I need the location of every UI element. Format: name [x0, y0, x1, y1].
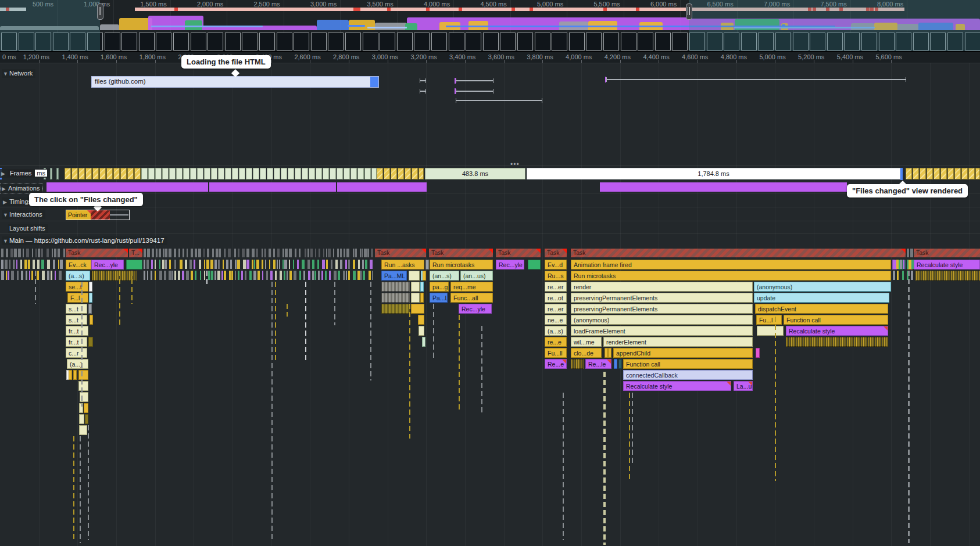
animation-bar[interactable] — [47, 182, 208, 192]
frame-cell[interactable] — [330, 168, 336, 179]
main-thread-track-header[interactable]: ▼Main — https://github.com/rust-lang/rus… — [2, 236, 167, 245]
flame-entry[interactable]: Pa...L — [430, 293, 448, 303]
filmstrip-screenshot[interactable] — [569, 33, 585, 51]
frame-cell[interactable] — [377, 168, 383, 179]
pane-resize-handle[interactable]: ••• — [510, 160, 520, 168]
frame-cell[interactable] — [323, 168, 329, 179]
frame-cell[interactable] — [169, 168, 176, 179]
flame-entry[interactable]: Re...le — [585, 359, 611, 369]
flame-fragment[interactable] — [571, 359, 584, 369]
frame-cell[interactable] — [232, 168, 238, 179]
flame-fragment[interactable] — [90, 315, 93, 325]
frame-cell[interactable] — [961, 168, 968, 179]
network-whisker[interactable] — [456, 91, 493, 92]
flame-fragment[interactable] — [614, 359, 617, 369]
flame-fragment[interactable] — [85, 414, 88, 424]
flame-entry[interactable]: Ru...s — [545, 271, 567, 281]
frame-cell[interactable] — [141, 168, 148, 179]
frame-cell[interactable] — [920, 168, 926, 179]
frame-cell[interactable] — [975, 168, 980, 179]
frame-cell[interactable] — [295, 168, 301, 179]
flame-fragment[interactable] — [425, 260, 429, 270]
frame-cell[interactable] — [933, 168, 940, 179]
filmstrip-screenshot[interactable] — [672, 33, 688, 51]
flame-entry[interactable]: (an...us) — [460, 271, 493, 281]
flame-fragment[interactable] — [411, 282, 420, 292]
filmstrip-screenshot[interactable] — [363, 33, 378, 51]
filmstrip-screenshot[interactable] — [173, 33, 189, 51]
frame-cell[interactable] — [134, 168, 141, 179]
frame-cell[interactable] — [204, 168, 210, 179]
filmstrip-screenshot[interactable] — [242, 33, 257, 51]
filmstrip-screenshot[interactable] — [517, 33, 533, 51]
frame-cell[interactable] — [253, 168, 259, 179]
filmstrip-screenshot[interactable] — [225, 33, 241, 51]
frame-cell[interactable] — [218, 168, 224, 179]
flame-fragment[interactable] — [89, 293, 92, 303]
flame-fragment[interactable] — [420, 293, 424, 303]
network-whisker[interactable] — [606, 79, 906, 80]
filmstrip-screenshot[interactable] — [655, 33, 671, 51]
flame-entry[interactable]: (a...) — [67, 359, 88, 369]
frame-cell[interactable] — [364, 168, 371, 179]
frame-cell[interactable] — [120, 168, 127, 179]
flame-fragment[interactable] — [69, 370, 72, 380]
flame-entry[interactable]: Fu...ll — [545, 348, 567, 358]
frame-cell[interactable] — [947, 168, 954, 179]
frame-cell[interactable] — [405, 168, 411, 179]
frame-cell[interactable] — [968, 168, 975, 179]
filmstrip-screenshot[interactable] — [397, 33, 413, 51]
flame-entry[interactable]: dispatchEvent — [755, 304, 888, 314]
frame-cell[interactable] — [260, 168, 266, 179]
flame-entry[interactable]: se...t — [66, 282, 88, 292]
filmstrip-screenshot[interactable] — [380, 33, 395, 51]
frames-track-header[interactable]: ▶Framesms — [0, 169, 50, 178]
flame-fragment[interactable] — [78, 381, 88, 391]
flame-fragment[interactable] — [381, 293, 410, 303]
frame-cell[interactable] — [78, 168, 85, 179]
filmstrip-screenshot[interactable] — [621, 33, 636, 51]
flame-fragment[interactable] — [915, 271, 980, 281]
frame-cell[interactable] — [127, 168, 134, 179]
frame-cell[interactable] — [412, 168, 418, 179]
frame-cell[interactable] — [155, 168, 162, 179]
network-whisker[interactable] — [420, 80, 426, 81]
animations-track-header[interactable]: ▶Animations — [0, 184, 43, 193]
selection-handle-right[interactable] — [686, 3, 692, 20]
filmstrip-screenshot[interactable] — [294, 33, 309, 51]
filmstrip-screenshot[interactable] — [259, 33, 275, 51]
flame-fragment[interactable] — [381, 282, 410, 292]
frame-cell[interactable] — [288, 168, 294, 179]
filmstrip-screenshot[interactable] — [552, 33, 567, 51]
flame-entry[interactable]: re...er — [545, 282, 567, 292]
frame-cell[interactable] — [274, 168, 280, 179]
filmstrip-screenshot[interactable] — [311, 33, 327, 51]
frame-cell[interactable] — [197, 168, 203, 179]
flame-fragment[interactable] — [79, 414, 84, 424]
flame-entry[interactable]: Recalculate style — [786, 326, 888, 336]
frame-cell[interactable] — [906, 168, 912, 179]
frame-cell[interactable] — [954, 168, 961, 179]
task-bar[interactable]: Task — [571, 249, 906, 257]
frame-cell[interactable] — [225, 168, 231, 179]
flame-entry[interactable]: s...t — [66, 304, 87, 314]
network-whisker[interactable] — [456, 80, 493, 81]
flame-fragment[interactable] — [411, 293, 420, 303]
frame-cell[interactable] — [391, 168, 397, 179]
frame-cell[interactable] — [176, 168, 183, 179]
flame-fragment[interactable] — [381, 304, 410, 314]
flame-entry[interactable]: Rec...yle — [459, 304, 492, 314]
frame-cell[interactable] — [357, 168, 364, 179]
flame-fragment[interactable] — [73, 370, 77, 380]
filmstrip-screenshot[interactable] — [139, 33, 155, 51]
frame-cell[interactable] — [309, 168, 315, 179]
frame-cell[interactable] — [65, 168, 71, 179]
frame-cell[interactable] — [239, 168, 245, 179]
flame-entry[interactable]: preservingPermanentElements — [571, 293, 753, 303]
flame-fragment[interactable] — [409, 271, 420, 281]
timeline-ruler[interactable]: 0 ms1,200 ms1,400 ms1,600 ms1,800 ms2,00… — [0, 52, 980, 63]
flame-entry[interactable]: Ev...ck — [66, 260, 91, 270]
flame-fragment[interactable] — [618, 359, 622, 369]
filmstrip-screenshot[interactable] — [414, 33, 430, 51]
flame-entry[interactable]: Ev...d — [545, 260, 567, 270]
